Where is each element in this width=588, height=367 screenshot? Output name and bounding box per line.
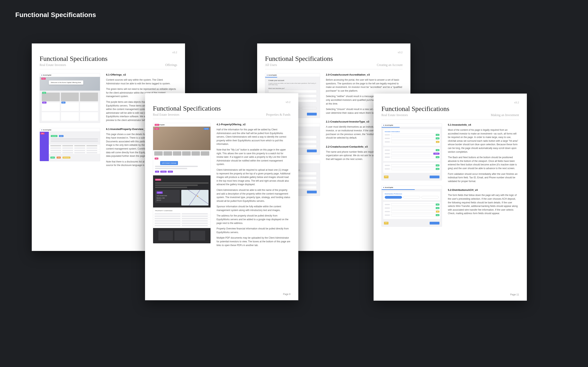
address-line: 02113 — [157, 199, 161, 201]
page-section: Making an Investment — [491, 113, 519, 117]
question-label: Which best describes you? — [265, 87, 320, 90]
page-section: Properties & Funds — [266, 113, 290, 117]
spec-body: The form fields that follow down the pag… — [448, 193, 519, 215]
page-subtitle: Real Estate Investors — [381, 113, 408, 117]
next-button[interactable] — [307, 150, 317, 152]
address-line: 123 Green Ave — [157, 195, 167, 197]
page-title: Functional Specifications — [40, 55, 177, 62]
page-section: Offerings — [165, 63, 177, 67]
address-line: Boston, MA — [157, 197, 165, 199]
brand-label: AcmeCapital — [41, 74, 51, 76]
page-version: v3.2 — [153, 100, 290, 104]
page-version: v3.2 — [265, 51, 403, 54]
map-preview — [181, 190, 208, 206]
wireframe-property-detail: AcmeCapital hero my list title 123 Green… — [153, 123, 211, 243]
page-subtitle: Real Estate Investors — [40, 63, 66, 67]
page-number: Page 8 — [283, 293, 290, 296]
wireframe-distributions-ach: AcmeCapital Distribution Preference req … — [381, 185, 442, 227]
page-section: Creating an Account — [377, 63, 403, 67]
page-number: Page 11 — [510, 293, 519, 296]
next-button[interactable] — [430, 175, 440, 178]
spec-heading: 5.1-InvestorInfo_v4 — [448, 123, 519, 126]
page-title: Functional Specifications — [381, 105, 519, 113]
page-subtitle: All Users — [265, 63, 277, 67]
spec-heading: 6.1-Offerings_v2 — [106, 73, 177, 76]
form-subtitle: To get to know you better, we have to as… — [265, 83, 320, 87]
next-button[interactable] — [307, 113, 317, 116]
wireframe-offerings-grid: AcmeCapital hero Welcome to the Acme Cap… — [40, 73, 100, 123]
next-button[interactable] — [430, 222, 440, 225]
page-version: v3.2 — [40, 51, 177, 54]
spec-page-properties: v3.2 Functional Specifications Real Esta… — [145, 93, 298, 300]
page-title: Functional Specifications — [153, 105, 290, 112]
spec-body: Most of the content of his page is legal… — [448, 128, 519, 183]
canvas-title: Functional Specifications — [15, 11, 96, 19]
spec-heading: 5.2-DistributionsACH_v4 — [448, 189, 519, 192]
page-subtitle: Real Estate Investors — [153, 113, 179, 117]
next-button[interactable] — [307, 191, 317, 193]
form-title: Create your account — [265, 77, 320, 83]
hero-badge: Welcome to the Acme Capital Offering Are… — [49, 80, 83, 84]
spec-heading: 4.1-PropertyOffering_v2 — [216, 123, 290, 126]
wireframe-invested-property: AcmeCapital nav overview docs — [40, 128, 100, 161]
spec-page-making-investment: v3.2 Functional Specifications Real Esta… — [374, 93, 527, 301]
spec-heading: 2.0-CreateAccount-Accreditation_v3 — [326, 73, 403, 76]
spec-body: Half of the information for this page wi… — [216, 128, 290, 247]
page-title: Functional Specifications — [265, 55, 403, 62]
page-version: v3.2 — [381, 101, 519, 104]
property-name-chip: 123 Green Avenue — [160, 161, 178, 165]
wireframe-investor-info: AcmeCapital Investor Information req req… — [381, 123, 442, 181]
